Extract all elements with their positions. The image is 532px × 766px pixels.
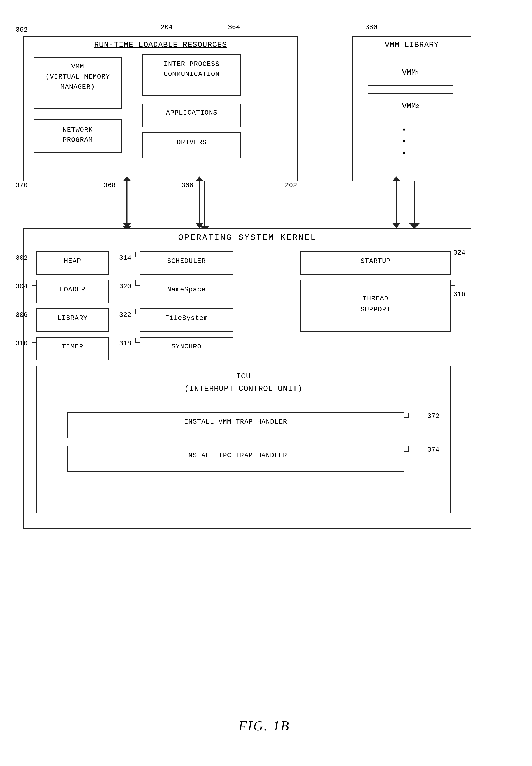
- drivers-label: DRIVERS: [143, 138, 240, 146]
- network-program-box: NETWORKPROGRAM: [34, 119, 122, 153]
- scheduler-bracket: [135, 252, 140, 257]
- ref-304: 304: [16, 283, 28, 290]
- timer-label: TIMER: [37, 343, 108, 350]
- vmm1-label: VMM 1: [368, 60, 453, 85]
- ref-366: 366: [181, 181, 193, 189]
- vmm2-label: VMM 2: [368, 94, 453, 119]
- loader-label: LOADER: [37, 286, 108, 294]
- ref-368: 368: [104, 181, 116, 189]
- thread-support-box: THREADSUPPORT: [300, 280, 451, 332]
- run-time-label: RUN-TIME LOADABLE RESOURCES: [24, 40, 297, 49]
- namespace-label: NameSpace: [140, 286, 233, 294]
- vmm2-box: VMM 2: [368, 93, 453, 119]
- install-ipc-label: INSTALL IPC TRAP HANDLER: [68, 452, 404, 459]
- ref-380: 380: [365, 23, 377, 31]
- vmm-handler-bracket: [404, 413, 409, 418]
- ref-374: 374: [427, 446, 440, 454]
- synchro-label: SYNCHRO: [140, 343, 233, 350]
- thread-support-label: THREADSUPPORT: [301, 294, 450, 315]
- install-vmm-box: INSTALL VMM TRAP HANDLER: [67, 412, 404, 438]
- icu-box: ICU(INTERRUPT CONTROL UNIT): [36, 366, 451, 513]
- vmm1-box: VMM 1: [368, 60, 453, 85]
- arrows-middle: [16, 174, 482, 233]
- ref-310: 310: [16, 340, 28, 347]
- os-kernel-label: OPERATING SYSTEM KERNEL: [24, 233, 471, 242]
- svg-marker-13: [409, 224, 420, 229]
- ref-204: 204: [161, 23, 173, 31]
- loader-bracket: [32, 281, 37, 286]
- library-box: LIBRARY: [36, 309, 109, 332]
- ref-370: 370: [16, 181, 28, 189]
- icu-label: ICU(INTERRUPT CONTROL UNIT): [37, 370, 450, 395]
- namespace-box: NameSpace: [140, 280, 233, 303]
- svg-marker-18: [123, 223, 131, 228]
- startup-bracket: [450, 252, 455, 257]
- ref-318: 318: [119, 340, 131, 347]
- ref-316: 316: [453, 290, 465, 298]
- install-vmm-label: INSTALL VMM TRAP HANDLER: [68, 418, 404, 426]
- ref-320: 320: [119, 283, 131, 290]
- network-program-label: NETWORKPROGRAM: [34, 125, 121, 145]
- namespace-bracket: [135, 281, 140, 286]
- ref-314: 314: [119, 254, 131, 262]
- applications-box: APPLICATIONS: [142, 104, 241, 127]
- loader-box: LOADER: [36, 280, 109, 303]
- library-bracket: [32, 309, 37, 314]
- ipc-box: INTER-PROCESSCOMMUNICATION: [142, 54, 241, 96]
- figure-label: FIG. 1B: [239, 718, 290, 734]
- vmm-label: VMM(VIRTUAL MEMORYMANAGER): [34, 62, 121, 92]
- heap-box: HEAP: [36, 252, 109, 275]
- ref-202: 202: [285, 181, 297, 189]
- svg-marker-24: [392, 223, 400, 228]
- vmm-library-label: VMM LIBRARY: [353, 40, 471, 49]
- timer-bracket: [32, 338, 37, 343]
- synchro-bracket: [135, 338, 140, 343]
- drivers-box: DRIVERS: [142, 132, 241, 158]
- ref-322: 322: [119, 311, 131, 319]
- thread-support-bracket: [450, 281, 455, 286]
- ref-306: 306: [16, 311, 28, 319]
- synchro-box: SYNCHRO: [140, 337, 233, 360]
- svg-marker-21: [195, 223, 204, 228]
- heap-label: HEAP: [37, 257, 108, 265]
- ref-372: 372: [427, 412, 440, 420]
- heap-bracket: [32, 252, 37, 257]
- scheduler-label: SCHEDULER: [140, 257, 233, 265]
- vmm-dots: •••: [401, 124, 406, 159]
- startup-label: STARTUP: [301, 257, 450, 265]
- ipc-label: INTER-PROCESSCOMMUNICATION: [143, 59, 240, 79]
- ipc-handler-bracket: [404, 446, 409, 452]
- filesystem-box: FileSystem: [140, 309, 233, 332]
- filesystem-label: FileSystem: [140, 314, 233, 322]
- scheduler-box: SCHEDULER: [140, 252, 233, 275]
- applications-label: APPLICATIONS: [143, 109, 240, 117]
- install-ipc-box: INSTALL IPC TRAP HANDLER: [67, 446, 404, 472]
- filesystem-bracket: [135, 309, 140, 314]
- library-label: LIBRARY: [37, 314, 108, 322]
- ref-362: 362: [16, 26, 28, 34]
- ref-364: 364: [228, 23, 240, 31]
- startup-box: STARTUP: [300, 252, 451, 275]
- timer-box: TIMER: [36, 337, 109, 360]
- diagram: 362 204 364 380 RUN-TIME LOADABLE RESOUR…: [16, 16, 513, 741]
- ref-302: 302: [16, 254, 28, 262]
- vmm-box: VMM(VIRTUAL MEMORYMANAGER): [34, 57, 122, 109]
